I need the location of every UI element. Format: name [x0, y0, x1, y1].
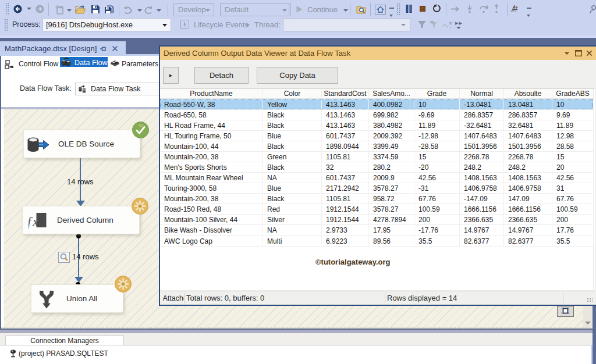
svg-text:x: x [32, 215, 39, 229]
